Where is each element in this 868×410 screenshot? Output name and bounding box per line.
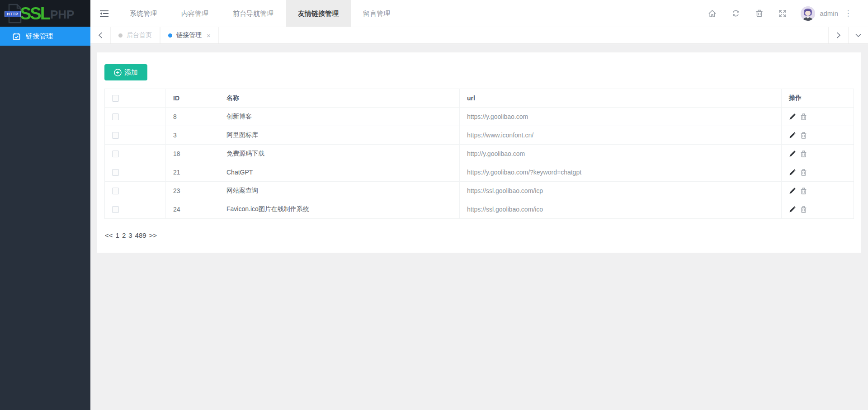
add-button[interactable]: 添加 (104, 64, 147, 80)
delete-icon[interactable] (801, 151, 807, 157)
app-logo: HTTP SSL PHP (0, 0, 90, 27)
topnav-item-label: 留言管理 (363, 9, 390, 17)
row-name: 免费源码下载 (219, 145, 460, 163)
tab-status-dot (118, 33, 123, 38)
row-url: http://y.goolibao.com (460, 145, 782, 163)
row-name: Favicon.ico图片在线制作系统 (219, 200, 460, 218)
row-checkbox[interactable] (112, 132, 119, 139)
logo-document-icon: HTTP (7, 4, 23, 24)
tab-label: 后台首页 (127, 31, 152, 39)
topnav-item[interactable]: 友情链接管理 (286, 0, 351, 27)
header-actions: 操作 (782, 89, 854, 107)
topnav-item-label: 友情链接管理 (298, 9, 339, 17)
select-all-checkbox[interactable] (112, 95, 119, 102)
row-url: https://ssl.goolibao.com/icp (460, 182, 782, 200)
tabs-scroll-right-icon[interactable] (828, 27, 848, 43)
pagination-item[interactable]: 2 (122, 231, 126, 239)
edit-icon[interactable] (789, 132, 796, 139)
topnav-item-label: 前台导航管理 (233, 9, 274, 17)
pagination-item[interactable]: << (105, 231, 113, 239)
row-checkbox[interactable] (112, 113, 119, 120)
home-icon[interactable] (700, 0, 724, 27)
top-navbar: 系统管理 内容管理 前台导航管理 友情链接管理 留言管理 (90, 0, 868, 27)
row-id: 18 (166, 145, 219, 163)
delete-icon[interactable] (801, 132, 807, 139)
topnav-item[interactable]: 留言管理 (351, 0, 402, 27)
sidebar-item-link-management[interactable]: 链接管理 (0, 27, 90, 46)
username-label[interactable]: admin (820, 9, 838, 17)
edit-icon[interactable] (789, 113, 796, 120)
row-name: 阿里图标库 (219, 126, 460, 144)
links-card: 添加 ID 名称 url 操作 8 创新博客 https://y.gooliba… (97, 52, 861, 253)
row-checkbox[interactable] (112, 188, 119, 194)
row-checkbox[interactable] (112, 151, 119, 157)
tabs-menu-chevron-down-icon[interactable] (848, 27, 868, 43)
row-id: 24 (166, 200, 219, 218)
pagination: << 1 2 3 489 >> (104, 231, 854, 239)
row-id: 3 (166, 126, 219, 144)
tabs-scroll-left-icon[interactable] (90, 27, 110, 43)
row-url: https://y.goolibao.com/?keyword=chatgpt (460, 163, 782, 181)
table-row: 3 阿里图标库 https://www.iconfont.cn/ (105, 126, 854, 145)
trash-icon[interactable] (747, 0, 771, 27)
topnav-item-label: 系统管理 (130, 9, 157, 17)
logo-ssl-text: SSL (20, 5, 49, 22)
fullscreen-icon[interactable] (771, 0, 794, 27)
table-row: 23 网站案查询 https://ssl.goolibao.com/icp (105, 182, 854, 200)
row-name: 创新博客 (219, 108, 460, 126)
tab-close-icon[interactable]: × (207, 32, 211, 39)
refresh-icon[interactable] (724, 0, 747, 27)
table-row: 18 免费源码下载 http://y.goolibao.com (105, 145, 854, 163)
edit-icon[interactable] (789, 206, 796, 213)
topbar-actions: admin ⋮ (700, 0, 868, 27)
row-url: https://www.iconfont.cn/ (460, 126, 782, 144)
topnav-item[interactable]: 内容管理 (169, 0, 221, 27)
delete-icon[interactable] (801, 113, 807, 120)
tabs: 后台首页 链接管理 × (110, 27, 828, 43)
header-url: url (460, 89, 782, 107)
delete-icon[interactable] (801, 169, 807, 176)
menu-fold-icon[interactable] (90, 0, 118, 27)
row-url: https://y.goolibao.com (460, 108, 782, 126)
pagination-item[interactable]: 3 (128, 231, 132, 239)
table-row: 21 ChatGPT https://y.goolibao.com/?keywo… (105, 163, 854, 182)
tab-status-dot (168, 33, 172, 38)
more-menu-icon[interactable]: ⋮ (838, 0, 858, 27)
edit-icon[interactable] (789, 188, 796, 194)
main-content: 添加 ID 名称 url 操作 8 创新博客 https://y.gooliba… (90, 44, 868, 410)
edit-icon[interactable] (789, 169, 796, 176)
logo-php-text: PHP (50, 8, 74, 22)
links-table: ID 名称 url 操作 8 创新博客 https://y.goolibao.c… (104, 89, 854, 219)
delete-icon[interactable] (801, 206, 807, 213)
topnav-item-label: 内容管理 (181, 9, 208, 17)
header-id: ID (166, 89, 219, 107)
header-name: 名称 (219, 89, 460, 107)
delete-icon[interactable] (801, 188, 807, 194)
http-badge: HTTP (5, 11, 21, 17)
edit-icon[interactable] (789, 151, 796, 157)
pagination-item[interactable]: 1 (116, 231, 119, 239)
tab-bar: 后台首页 链接管理 × (90, 27, 868, 44)
row-id: 23 (166, 182, 219, 200)
plus-circle-icon (114, 69, 122, 76)
tab[interactable]: 后台首页 (110, 27, 160, 43)
pagination-item[interactable]: >> (149, 231, 157, 239)
tab-label: 链接管理 (176, 31, 202, 39)
pagination-item[interactable]: 489 (135, 231, 146, 239)
topnav-item[interactable]: 系统管理 (118, 0, 169, 27)
row-checkbox[interactable] (112, 206, 119, 213)
add-button-label: 添加 (124, 68, 138, 77)
table-row: 8 创新博客 https://y.goolibao.com (105, 108, 854, 126)
tab[interactable]: 链接管理 × (160, 27, 219, 43)
row-id: 8 (166, 108, 219, 126)
row-name: ChatGPT (219, 163, 460, 181)
row-checkbox[interactable] (112, 169, 119, 176)
table-row: 24 Favicon.ico图片在线制作系统 https://ssl.gooli… (105, 200, 854, 219)
avatar[interactable] (801, 6, 815, 21)
topnav-item[interactable]: 前台导航管理 (221, 0, 286, 27)
calendar-check-icon (13, 33, 20, 40)
row-url: https://ssl.goolibao.com/ico (460, 200, 782, 218)
table-header-row: ID 名称 url 操作 (105, 89, 854, 108)
sidebar-item-label: 链接管理 (26, 32, 53, 41)
row-id: 21 (166, 163, 219, 181)
